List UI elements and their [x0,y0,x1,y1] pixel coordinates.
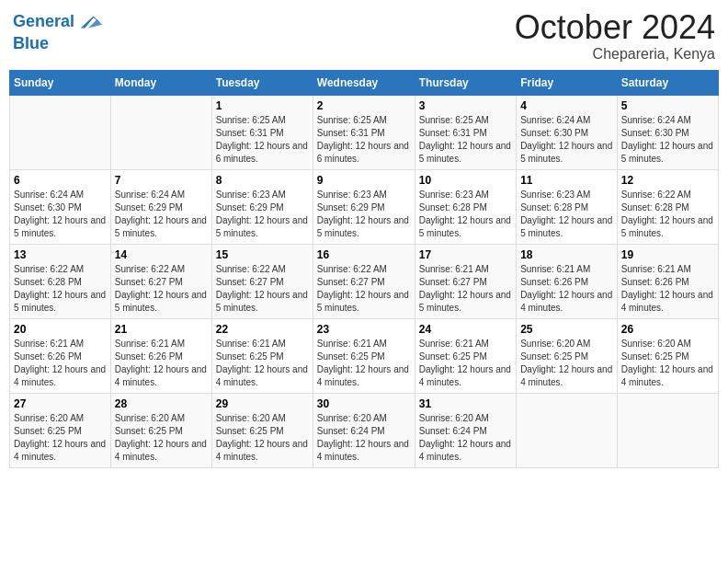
day-number: 5 [621,99,714,112]
day-number: 8 [216,174,309,187]
calendar-cell [517,393,618,467]
sunrise-text: Sunrise: 6:24 AM [520,114,613,127]
calendar-cell: 5Sunrise: 6:24 AMSunset: 6:30 PMDaylight… [617,95,718,169]
calendar-cell: 31Sunrise: 6:20 AMSunset: 6:24 PMDayligh… [415,393,516,467]
day-info: Sunrise: 6:21 AMSunset: 6:26 PMDaylight:… [621,263,714,315]
location-subtitle: Chepareria, Kenya [515,46,715,63]
weekday-header-monday: Monday [110,70,211,95]
calendar-cell: 8Sunrise: 6:23 AMSunset: 6:29 PMDaylight… [211,169,313,244]
day-number: 31 [419,397,512,410]
daylight-text: Daylight: 12 hours and 5 minutes. [216,289,309,315]
day-number: 7 [115,174,208,187]
sunrise-text: Sunrise: 6:25 AM [216,114,309,127]
daylight-text: Daylight: 12 hours and 4 minutes. [317,438,411,464]
day-info: Sunrise: 6:21 AMSunset: 6:26 PMDaylight:… [115,338,208,389]
sunset-text: Sunset: 6:26 PM [621,276,714,289]
daylight-text: Daylight: 12 hours and 5 minutes. [317,289,411,315]
day-info: Sunrise: 6:23 AMSunset: 6:28 PMDaylight:… [419,189,512,240]
sunrise-text: Sunrise: 6:20 AM [621,338,714,350]
calendar-cell [617,393,718,467]
sunrise-text: Sunrise: 6:24 AM [621,114,714,127]
calendar-cell: 18Sunrise: 6:21 AMSunset: 6:26 PMDayligh… [517,244,618,318]
calendar-cell: 23Sunrise: 6:21 AMSunset: 6:25 PMDayligh… [313,318,415,393]
day-number: 12 [621,174,714,187]
sunset-text: Sunset: 6:25 PM [115,425,208,438]
sunset-text: Sunset: 6:31 PM [419,127,512,140]
sunrise-text: Sunrise: 6:23 AM [216,189,309,201]
logo-text: General [13,13,74,31]
sunset-text: Sunset: 6:24 PM [317,425,411,438]
sunrise-text: Sunrise: 6:20 AM [419,412,512,425]
day-info: Sunrise: 6:23 AMSunset: 6:29 PMDaylight:… [317,189,411,240]
sunset-text: Sunset: 6:25 PM [520,350,613,363]
calendar-cell [10,95,111,169]
day-number: 2 [317,99,411,112]
day-info: Sunrise: 6:22 AMSunset: 6:27 PMDaylight:… [317,263,411,315]
daylight-text: Daylight: 12 hours and 4 minutes. [14,438,107,464]
weekday-header-wednesday: Wednesday [313,70,415,95]
calendar-week-1: 1Sunrise: 6:25 AMSunset: 6:31 PMDaylight… [10,95,719,169]
sunset-text: Sunset: 6:24 PM [419,425,512,438]
sunset-text: Sunset: 6:27 PM [115,276,208,289]
day-info: Sunrise: 6:21 AMSunset: 6:26 PMDaylight:… [520,263,613,315]
day-info: Sunrise: 6:22 AMSunset: 6:27 PMDaylight:… [216,263,309,315]
day-number: 1 [216,99,309,112]
calendar-cell: 25Sunrise: 6:20 AMSunset: 6:25 PMDayligh… [517,318,618,393]
day-info: Sunrise: 6:21 AMSunset: 6:26 PMDaylight:… [14,338,107,389]
day-info: Sunrise: 6:20 AMSunset: 6:25 PMDaylight:… [14,412,107,464]
sunset-text: Sunset: 6:25 PM [419,350,512,363]
daylight-text: Daylight: 12 hours and 4 minutes. [216,363,309,389]
daylight-text: Daylight: 12 hours and 5 minutes. [115,214,208,240]
sunset-text: Sunset: 6:29 PM [115,201,208,214]
day-info: Sunrise: 6:25 AMSunset: 6:31 PMDaylight:… [317,114,411,166]
day-info: Sunrise: 6:20 AMSunset: 6:25 PMDaylight:… [520,338,613,389]
sunrise-text: Sunrise: 6:23 AM [317,189,411,201]
sunrise-text: Sunrise: 6:21 AM [115,338,208,350]
calendar-cell: 22Sunrise: 6:21 AMSunset: 6:25 PMDayligh… [211,318,313,393]
sunset-text: Sunset: 6:26 PM [115,350,208,363]
day-info: Sunrise: 6:25 AMSunset: 6:31 PMDaylight:… [419,114,512,166]
day-info: Sunrise: 6:24 AMSunset: 6:30 PMDaylight:… [14,189,107,240]
sunrise-text: Sunrise: 6:21 AM [14,338,107,350]
daylight-text: Daylight: 12 hours and 5 minutes. [14,289,107,315]
sunset-text: Sunset: 6:31 PM [216,127,309,140]
daylight-text: Daylight: 12 hours and 4 minutes. [115,438,208,464]
day-info: Sunrise: 6:25 AMSunset: 6:31 PMDaylight:… [216,114,309,166]
daylight-text: Daylight: 12 hours and 4 minutes. [419,363,512,389]
sunset-text: Sunset: 6:25 PM [216,350,309,363]
page-header: General Blue October 2024 Chepareria, Ke… [9,9,719,63]
day-number: 6 [14,174,107,187]
day-info: Sunrise: 6:20 AMSunset: 6:25 PMDaylight:… [621,338,714,389]
sunset-text: Sunset: 6:30 PM [14,201,107,214]
day-info: Sunrise: 6:21 AMSunset: 6:27 PMDaylight:… [419,263,512,315]
weekday-header-tuesday: Tuesday [211,70,313,95]
daylight-text: Daylight: 12 hours and 6 minutes. [317,140,411,166]
day-number: 11 [520,174,613,187]
day-number: 10 [419,174,512,187]
weekday-header-sunday: Sunday [10,70,111,95]
day-info: Sunrise: 6:24 AMSunset: 6:30 PMDaylight:… [621,114,714,166]
month-title: October 2024 [515,9,715,46]
sunset-text: Sunset: 6:25 PM [621,350,714,363]
day-number: 27 [14,397,107,410]
sunset-text: Sunset: 6:27 PM [317,276,411,289]
sunset-text: Sunset: 6:28 PM [14,276,107,289]
sunrise-text: Sunrise: 6:21 AM [216,338,309,350]
sunrise-text: Sunrise: 6:23 AM [419,189,512,201]
day-info: Sunrise: 6:20 AMSunset: 6:25 PMDaylight:… [216,412,309,464]
calendar-week-5: 27Sunrise: 6:20 AMSunset: 6:25 PMDayligh… [10,393,719,467]
weekday-header-thursday: Thursday [415,70,516,95]
calendar-cell: 11Sunrise: 6:23 AMSunset: 6:28 PMDayligh… [517,169,618,244]
calendar-cell: 2Sunrise: 6:25 AMSunset: 6:31 PMDaylight… [313,95,415,169]
sunrise-text: Sunrise: 6:20 AM [520,338,613,350]
sunrise-text: Sunrise: 6:24 AM [14,189,107,201]
sunrise-text: Sunrise: 6:21 AM [419,263,512,276]
sunrise-text: Sunrise: 6:22 AM [621,189,714,201]
sunrise-text: Sunrise: 6:20 AM [216,412,309,425]
daylight-text: Daylight: 12 hours and 5 minutes. [419,214,512,240]
day-info: Sunrise: 6:22 AMSunset: 6:27 PMDaylight:… [115,263,208,315]
calendar-week-2: 6Sunrise: 6:24 AMSunset: 6:30 PMDaylight… [10,169,719,244]
daylight-text: Daylight: 12 hours and 5 minutes. [520,140,613,166]
calendar-cell: 6Sunrise: 6:24 AMSunset: 6:30 PMDaylight… [10,169,111,244]
day-number: 25 [520,323,613,336]
